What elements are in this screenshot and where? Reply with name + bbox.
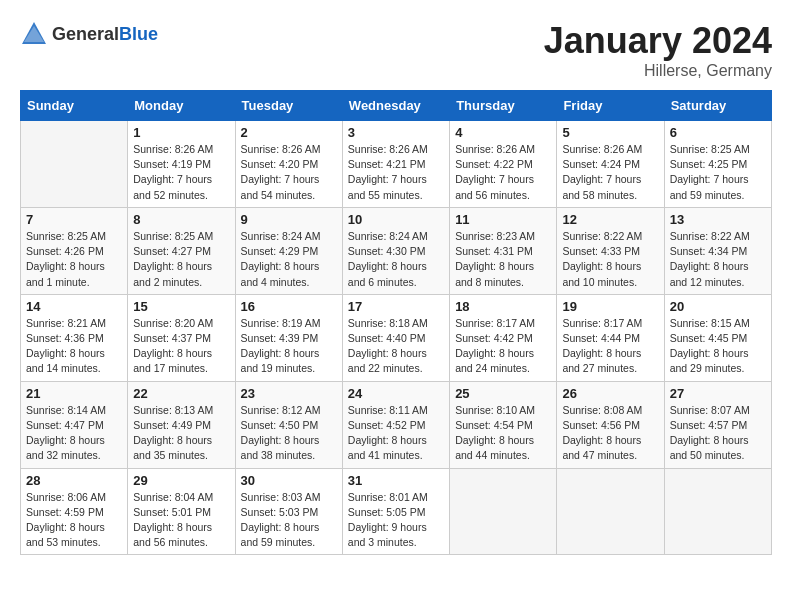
cell-info: Sunrise: 8:26 AMSunset: 4:24 PMDaylight:…	[562, 142, 658, 203]
calendar-cell	[557, 468, 664, 555]
calendar-cell: 16Sunrise: 8:19 AMSunset: 4:39 PMDayligh…	[235, 294, 342, 381]
calendar-cell: 25Sunrise: 8:10 AMSunset: 4:54 PMDayligh…	[450, 381, 557, 468]
cell-info: Sunrise: 8:25 AMSunset: 4:25 PMDaylight:…	[670, 142, 766, 203]
cell-info: Sunrise: 8:26 AMSunset: 4:22 PMDaylight:…	[455, 142, 551, 203]
header-sunday: Sunday	[21, 91, 128, 121]
header-tuesday: Tuesday	[235, 91, 342, 121]
day-number: 12	[562, 212, 658, 227]
cell-info: Sunrise: 8:17 AMSunset: 4:44 PMDaylight:…	[562, 316, 658, 377]
calendar-header-row: SundayMondayTuesdayWednesdayThursdayFrid…	[21, 91, 772, 121]
cell-info: Sunrise: 8:08 AMSunset: 4:56 PMDaylight:…	[562, 403, 658, 464]
calendar-cell: 27Sunrise: 8:07 AMSunset: 4:57 PMDayligh…	[664, 381, 771, 468]
day-number: 2	[241, 125, 337, 140]
calendar-cell: 4Sunrise: 8:26 AMSunset: 4:22 PMDaylight…	[450, 121, 557, 208]
cell-info: Sunrise: 8:10 AMSunset: 4:54 PMDaylight:…	[455, 403, 551, 464]
day-number: 13	[670, 212, 766, 227]
calendar-cell: 18Sunrise: 8:17 AMSunset: 4:42 PMDayligh…	[450, 294, 557, 381]
day-number: 24	[348, 386, 444, 401]
calendar-cell: 30Sunrise: 8:03 AMSunset: 5:03 PMDayligh…	[235, 468, 342, 555]
cell-info: Sunrise: 8:24 AMSunset: 4:29 PMDaylight:…	[241, 229, 337, 290]
calendar-cell: 15Sunrise: 8:20 AMSunset: 4:37 PMDayligh…	[128, 294, 235, 381]
cell-info: Sunrise: 8:25 AMSunset: 4:27 PMDaylight:…	[133, 229, 229, 290]
cell-info: Sunrise: 8:26 AMSunset: 4:21 PMDaylight:…	[348, 142, 444, 203]
header-friday: Friday	[557, 91, 664, 121]
calendar-cell	[664, 468, 771, 555]
calendar-cell: 29Sunrise: 8:04 AMSunset: 5:01 PMDayligh…	[128, 468, 235, 555]
cell-info: Sunrise: 8:03 AMSunset: 5:03 PMDaylight:…	[241, 490, 337, 551]
location-title: Hillerse, Germany	[544, 62, 772, 80]
cell-info: Sunrise: 8:22 AMSunset: 4:33 PMDaylight:…	[562, 229, 658, 290]
calendar-cell: 9Sunrise: 8:24 AMSunset: 4:29 PMDaylight…	[235, 207, 342, 294]
day-number: 31	[348, 473, 444, 488]
header-saturday: Saturday	[664, 91, 771, 121]
logo: GeneralBlue	[20, 20, 158, 48]
day-number: 19	[562, 299, 658, 314]
day-number: 28	[26, 473, 122, 488]
logo-icon	[20, 20, 48, 48]
calendar-week-3: 14Sunrise: 8:21 AMSunset: 4:36 PMDayligh…	[21, 294, 772, 381]
calendar-cell	[21, 121, 128, 208]
cell-info: Sunrise: 8:20 AMSunset: 4:37 PMDaylight:…	[133, 316, 229, 377]
day-number: 17	[348, 299, 444, 314]
day-number: 22	[133, 386, 229, 401]
calendar-cell: 17Sunrise: 8:18 AMSunset: 4:40 PMDayligh…	[342, 294, 449, 381]
calendar-cell: 5Sunrise: 8:26 AMSunset: 4:24 PMDaylight…	[557, 121, 664, 208]
day-number: 8	[133, 212, 229, 227]
title-block: January 2024 Hillerse, Germany	[544, 20, 772, 80]
cell-info: Sunrise: 8:22 AMSunset: 4:34 PMDaylight:…	[670, 229, 766, 290]
day-number: 15	[133, 299, 229, 314]
logo-text: GeneralBlue	[52, 24, 158, 45]
cell-info: Sunrise: 8:15 AMSunset: 4:45 PMDaylight:…	[670, 316, 766, 377]
cell-info: Sunrise: 8:14 AMSunset: 4:47 PMDaylight:…	[26, 403, 122, 464]
calendar-cell: 21Sunrise: 8:14 AMSunset: 4:47 PMDayligh…	[21, 381, 128, 468]
day-number: 14	[26, 299, 122, 314]
day-number: 1	[133, 125, 229, 140]
calendar-cell: 23Sunrise: 8:12 AMSunset: 4:50 PMDayligh…	[235, 381, 342, 468]
logo-blue: Blue	[119, 24, 158, 44]
calendar-cell: 3Sunrise: 8:26 AMSunset: 4:21 PMDaylight…	[342, 121, 449, 208]
day-number: 20	[670, 299, 766, 314]
cell-info: Sunrise: 8:13 AMSunset: 4:49 PMDaylight:…	[133, 403, 229, 464]
day-number: 26	[562, 386, 658, 401]
day-number: 29	[133, 473, 229, 488]
cell-info: Sunrise: 8:18 AMSunset: 4:40 PMDaylight:…	[348, 316, 444, 377]
day-number: 21	[26, 386, 122, 401]
cell-info: Sunrise: 8:23 AMSunset: 4:31 PMDaylight:…	[455, 229, 551, 290]
day-number: 10	[348, 212, 444, 227]
day-number: 11	[455, 212, 551, 227]
calendar-cell: 8Sunrise: 8:25 AMSunset: 4:27 PMDaylight…	[128, 207, 235, 294]
day-number: 6	[670, 125, 766, 140]
cell-info: Sunrise: 8:19 AMSunset: 4:39 PMDaylight:…	[241, 316, 337, 377]
calendar-cell: 10Sunrise: 8:24 AMSunset: 4:30 PMDayligh…	[342, 207, 449, 294]
day-number: 4	[455, 125, 551, 140]
cell-info: Sunrise: 8:17 AMSunset: 4:42 PMDaylight:…	[455, 316, 551, 377]
day-number: 25	[455, 386, 551, 401]
calendar-cell: 2Sunrise: 8:26 AMSunset: 4:20 PMDaylight…	[235, 121, 342, 208]
cell-info: Sunrise: 8:04 AMSunset: 5:01 PMDaylight:…	[133, 490, 229, 551]
cell-info: Sunrise: 8:25 AMSunset: 4:26 PMDaylight:…	[26, 229, 122, 290]
calendar-week-5: 28Sunrise: 8:06 AMSunset: 4:59 PMDayligh…	[21, 468, 772, 555]
calendar-cell: 20Sunrise: 8:15 AMSunset: 4:45 PMDayligh…	[664, 294, 771, 381]
svg-marker-1	[24, 26, 44, 42]
cell-info: Sunrise: 8:01 AMSunset: 5:05 PMDaylight:…	[348, 490, 444, 551]
day-number: 23	[241, 386, 337, 401]
cell-info: Sunrise: 8:21 AMSunset: 4:36 PMDaylight:…	[26, 316, 122, 377]
cell-info: Sunrise: 8:11 AMSunset: 4:52 PMDaylight:…	[348, 403, 444, 464]
calendar-cell: 14Sunrise: 8:21 AMSunset: 4:36 PMDayligh…	[21, 294, 128, 381]
cell-info: Sunrise: 8:26 AMSunset: 4:20 PMDaylight:…	[241, 142, 337, 203]
cell-info: Sunrise: 8:06 AMSunset: 4:59 PMDaylight:…	[26, 490, 122, 551]
calendar-week-4: 21Sunrise: 8:14 AMSunset: 4:47 PMDayligh…	[21, 381, 772, 468]
day-number: 7	[26, 212, 122, 227]
calendar-table: SundayMondayTuesdayWednesdayThursdayFrid…	[20, 90, 772, 555]
cell-info: Sunrise: 8:24 AMSunset: 4:30 PMDaylight:…	[348, 229, 444, 290]
calendar-cell: 24Sunrise: 8:11 AMSunset: 4:52 PMDayligh…	[342, 381, 449, 468]
calendar-cell	[450, 468, 557, 555]
calendar-cell: 12Sunrise: 8:22 AMSunset: 4:33 PMDayligh…	[557, 207, 664, 294]
day-number: 30	[241, 473, 337, 488]
cell-info: Sunrise: 8:07 AMSunset: 4:57 PMDaylight:…	[670, 403, 766, 464]
calendar-cell: 7Sunrise: 8:25 AMSunset: 4:26 PMDaylight…	[21, 207, 128, 294]
page-header: GeneralBlue January 2024 Hillerse, Germa…	[20, 20, 772, 80]
day-number: 3	[348, 125, 444, 140]
day-number: 27	[670, 386, 766, 401]
calendar-cell: 22Sunrise: 8:13 AMSunset: 4:49 PMDayligh…	[128, 381, 235, 468]
